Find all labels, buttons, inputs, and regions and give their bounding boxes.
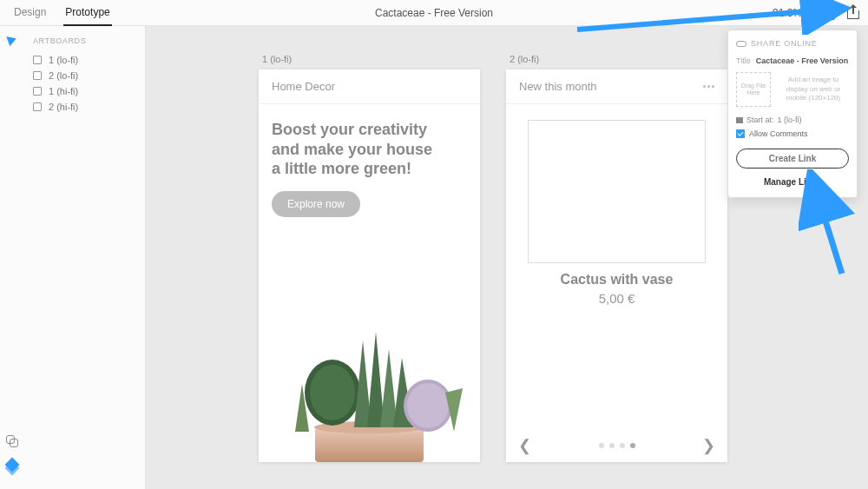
create-link-button[interactable]: Create Link <box>736 149 849 169</box>
tool-strip <box>0 26 24 489</box>
document-title: Cactaceae - Free Version <box>375 7 493 19</box>
allow-comments-row[interactable]: Allow Comments <box>736 129 849 138</box>
hero-line: and make your house <box>272 140 467 160</box>
select-tool-icon[interactable] <box>6 34 18 47</box>
pager: ❮ ❯ <box>506 436 727 455</box>
plant-illustration <box>259 306 480 462</box>
pager-dot <box>620 443 625 448</box>
artboard-2-header-row: New this month <box>506 69 727 104</box>
zoom-value: 91.3% <box>773 7 802 19</box>
popover-start-label: Start at: <box>746 116 774 124</box>
top-bar: Design Prototype Cactaceae - Free Versio… <box>0 0 868 26</box>
popover-title-value: Cactaceae - Free Version <box>756 56 849 65</box>
pager-dot <box>630 443 635 448</box>
popover-start-value: 1 (lo-fi) <box>778 116 802 124</box>
tab-design[interactable]: Design <box>12 0 48 26</box>
home-icon <box>736 117 743 123</box>
svg-point-3 <box>310 365 355 420</box>
allow-comments-label: Allow Comments <box>749 129 808 138</box>
pager-next-icon: ❯ <box>702 436 715 455</box>
sidebar-item-2-hifi[interactable]: 2 (hi-fi) <box>33 99 136 115</box>
explore-button: Explore now <box>272 191 360 217</box>
image-dropzone[interactable]: Drag File Here <box>736 72 771 107</box>
sidebar-item-label: 1 (lo-fi) <box>49 55 78 65</box>
artboard-2-wrap: 2 (lo-fi) New this month Cactus with vas… <box>506 54 727 489</box>
chevron-down-icon <box>806 10 812 15</box>
share-popover: Share Online Title Cactaceae - Free Vers… <box>727 30 858 198</box>
pager-prev-icon: ❮ <box>518 436 531 455</box>
artboard-1-wrap: 1 (lo-fi) Home Decor Boost your creativi… <box>259 54 480 489</box>
manage-links-button[interactable]: Manage Links <box>736 177 849 187</box>
popover-start-row[interactable]: Start at: 1 (lo-fi) <box>736 116 849 124</box>
layers-icon[interactable] <box>6 459 18 472</box>
artboard-1-label[interactable]: 1 (lo-fi) <box>259 54 480 64</box>
sidebar-item-1-lofi[interactable]: 1 (lo-fi) <box>33 52 136 68</box>
sidebar-item-label: 2 (lo-fi) <box>49 70 78 81</box>
artboard-panel-header: Artboards <box>33 36 136 45</box>
image-dropzone-desc: Add an image to display on web or mobile… <box>778 76 849 102</box>
checkbox-checked-icon[interactable] <box>736 129 745 138</box>
popover-title-label: Title <box>736 56 751 65</box>
sidebar-item-label: 2 (hi-fi) <box>49 102 78 112</box>
more-icon <box>703 85 714 88</box>
svg-point-5 <box>407 383 449 428</box>
pager-dots <box>599 443 635 448</box>
pager-dot <box>599 443 604 448</box>
sidebar-item-1-hifi[interactable]: 1 (hi-fi) <box>33 83 136 99</box>
popover-header-label: Share Online <box>751 39 818 48</box>
product-price: 5,00 € <box>506 291 727 306</box>
artboard-2-header: New this month <box>519 80 597 93</box>
zoom-control[interactable]: 91.3% <box>773 7 812 19</box>
pager-dot <box>609 443 615 448</box>
mode-tabs: Design Prototype <box>9 0 112 26</box>
device-preview-icon[interactable] <box>825 6 835 20</box>
share-icon[interactable] <box>847 7 859 19</box>
popover-image-row: Drag File Here Add an image to display o… <box>736 72 849 107</box>
artboard-1-header: Home Decor <box>259 69 480 104</box>
sidebar-item-label: 1 (hi-fi) <box>49 86 78 96</box>
artboard-2[interactable]: New this month Cactus with vase 5,00 € ❮… <box>506 69 727 462</box>
product-name: Cactus with vase <box>506 272 727 287</box>
artboard-icon <box>33 87 42 96</box>
hero-section: Boost your creativity and make your hous… <box>259 104 480 224</box>
artboard-panel: Artboards 1 (lo-fi) 2 (lo-fi) 1 (hi-fi) … <box>24 26 146 489</box>
artboard-icon <box>33 71 42 80</box>
artboard-2-label[interactable]: 2 (lo-fi) <box>506 54 727 64</box>
eye-icon <box>736 41 746 47</box>
hero-line: Boost your creativity <box>272 120 467 140</box>
tab-prototype[interactable]: Prototype <box>63 0 111 26</box>
popover-title-row: Title Cactaceae - Free Version <box>736 56 849 65</box>
product-image-placeholder <box>528 120 706 263</box>
artboard-1[interactable]: Home Decor Boost your creativity and mak… <box>259 69 480 462</box>
assets-icon[interactable] <box>6 435 18 447</box>
sidebar-item-2-lofi[interactable]: 2 (lo-fi) <box>33 68 136 83</box>
artboard-icon <box>33 102 42 111</box>
hero-line: a little more green! <box>272 159 467 179</box>
popover-header: Share Online <box>736 39 849 48</box>
hero-text: Boost your creativity and make your hous… <box>272 120 467 179</box>
artboard-icon <box>33 56 42 64</box>
